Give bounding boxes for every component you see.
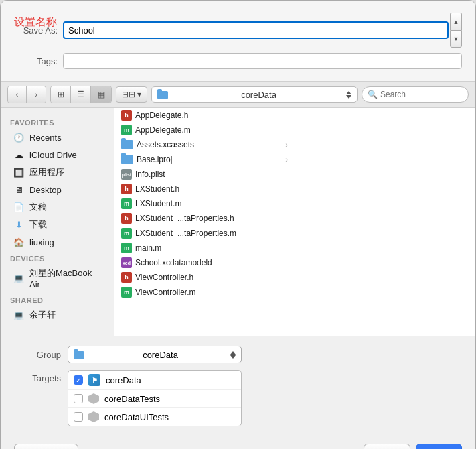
list-item[interactable]: mViewController.m <box>114 285 295 300</box>
forward-button[interactable]: › <box>27 86 46 103</box>
file-name: ViewController.m <box>135 287 288 297</box>
bottom-options: Group coreData Targets ⚑ coreData <box>1 336 475 449</box>
list-view-button[interactable]: ☰ <box>71 86 91 103</box>
search-box[interactable]: 🔍 <box>362 86 469 103</box>
dialog-title: 设置名称 <box>14 15 57 29</box>
recents-icon: 🕐 <box>13 131 25 143</box>
cancel-button[interactable]: Cancel <box>364 444 410 449</box>
liuxing-icon: 🏠 <box>13 236 25 248</box>
group-dropdown[interactable]: coreData <box>68 346 242 363</box>
file-name: AppDelegate.m <box>135 125 288 135</box>
group-dropdown-arrow <box>230 351 236 359</box>
shield-target-icon <box>88 411 99 422</box>
list-item[interactable]: hAppDelegate.h <box>114 108 295 123</box>
dialog-buttons: New Folder Cancel Create <box>14 437 462 449</box>
folder-icon <box>121 155 133 164</box>
m-file-icon: m <box>121 228 132 239</box>
list-item[interactable]: hLXStudent.h <box>114 182 295 196</box>
sidebar-item-macbook-label: 刘星的MacBook Air <box>29 267 102 290</box>
file-browser-toolbar: ‹ › ⊞ ☰ ▦ ⊟⊟ ▾ coreData 🔍 <box>1 81 475 108</box>
target-name: coreData <box>106 375 141 385</box>
arrange-icon: ⊟⊟ <box>122 90 135 99</box>
action-buttons: Cancel Create <box>364 444 463 449</box>
group-value: coreData <box>143 350 178 360</box>
sidebar-item-downloads[interactable]: ⬇ 下载 <box>3 216 111 233</box>
list-item[interactable]: plistInfo.plist <box>114 167 295 182</box>
sidebar-item-downloads-label: 下载 <box>29 218 47 231</box>
list-item[interactable]: hLXStudent+...taProperties.h <box>114 211 295 226</box>
h-file-icon: h <box>121 184 132 194</box>
file-name: LXStudent+...taProperties.m <box>135 229 288 238</box>
sidebar-item-apps-label: 应用程序 <box>29 166 64 178</box>
h-file-icon: h <box>121 272 132 283</box>
search-input[interactable] <box>380 90 463 99</box>
list-item[interactable]: mLXStudent+...taProperties.m <box>114 226 295 241</box>
target-checkbox[interactable] <box>74 394 83 403</box>
location-label: coreData <box>241 90 276 100</box>
file-name: ViewController.h <box>135 273 288 282</box>
create-button[interactable]: Create <box>416 444 462 449</box>
sidebar-item-macbook[interactable]: 💻 刘星的MacBook Air <box>3 265 111 292</box>
sidebar-item-recents[interactable]: 🕐 Recents <box>3 129 111 146</box>
arrange-button[interactable]: ⊟⊟ ▾ <box>116 86 147 103</box>
target-checkbox[interactable] <box>74 375 83 385</box>
target-item[interactable]: ⚑ coreData <box>68 371 241 390</box>
plist-file-icon: plist <box>121 169 132 180</box>
icon-view-button[interactable]: ⊞ <box>51 86 71 103</box>
sidebar-item-icloud[interactable]: ☁ iCloud Drive <box>3 146 111 164</box>
back-button[interactable]: ‹ <box>8 86 27 103</box>
sidebar-item-apps[interactable]: 🔲 应用程序 <box>3 164 111 181</box>
sidebar-item-icloud-label: iCloud Drive <box>29 150 77 160</box>
stepper-up[interactable]: ▲ <box>450 13 462 30</box>
location-folder-icon <box>157 90 171 100</box>
m-file-icon: m <box>121 287 132 298</box>
group-folder-icon <box>74 350 88 360</box>
list-item[interactable]: xcdSchool.xcdatamodeld <box>114 255 295 270</box>
file-name: Assets.xcassets <box>137 140 282 149</box>
sidebar-item-recents-label: Recents <box>29 133 62 143</box>
yuzixuan-icon: 💻 <box>13 309 25 321</box>
target-checkbox[interactable] <box>74 412 83 422</box>
list-item[interactable]: Assets.xcassets› <box>114 137 295 152</box>
list-item[interactable]: mLXStudent.m <box>114 196 295 211</box>
arrange-chevron: ▾ <box>137 90 141 99</box>
column-view-button[interactable]: ▦ <box>91 86 111 103</box>
file-name: Info.plist <box>135 170 288 179</box>
sidebar-item-docs[interactable]: 📄 文稿 <box>3 198 111 216</box>
nav-buttons: ‹ › <box>7 86 46 103</box>
target-item[interactable]: coreDataUITests <box>68 408 241 426</box>
chevron-right-icon: › <box>285 141 288 149</box>
save-as-input[interactable] <box>63 21 449 39</box>
sidebar-item-yuzixuan[interactable]: 💻 余子轩 <box>3 306 111 324</box>
sidebar-item-liuxing[interactable]: 🏠 liuxing <box>3 233 111 251</box>
tags-row: Tags: <box>14 53 462 69</box>
stepper-down[interactable]: ▼ <box>450 30 462 48</box>
target-item[interactable]: coreDataTests <box>68 390 241 408</box>
file-name: main.m <box>135 243 288 253</box>
dialog-header: 设置名称 Save As: ▲ ▼ Tags: <box>1 1 475 81</box>
list-item[interactable]: mmain.m <box>114 241 295 255</box>
list-item[interactable]: Base.lproj› <box>114 152 295 167</box>
detail-panel <box>295 108 475 336</box>
target-name: coreDataUITests <box>104 412 169 422</box>
save-dialog: 设置名称 Save As: ▲ ▼ Tags: ‹ › ⊞ ☰ ▦ ⊟⊟ ▾ <box>0 0 476 449</box>
sidebar-item-liuxing-label: liuxing <box>29 237 54 247</box>
favorites-section-label: Favorites <box>1 115 114 129</box>
list-item[interactable]: mAppDelegate.m <box>114 123 295 137</box>
target-name: coreDataTests <box>104 394 160 404</box>
sidebar-item-desktop[interactable]: 🖥 Desktop <box>3 181 111 198</box>
xcode-target-icon: ⚑ <box>88 374 100 386</box>
location-dropdown[interactable]: coreData <box>151 86 358 103</box>
list-item[interactable]: hViewController.h <box>114 270 295 285</box>
sidebar: Favorites 🕐 Recents ☁ iCloud Drive 🔲 应用程… <box>1 108 114 336</box>
file-name: LXStudent.m <box>135 199 288 208</box>
folder-icon <box>121 140 133 149</box>
m-file-icon: m <box>121 243 132 253</box>
downloads-icon: ⬇ <box>13 218 25 231</box>
tags-input[interactable] <box>63 53 462 69</box>
file-name: Base.lproj <box>137 155 282 164</box>
chevron-right-icon: › <box>285 155 288 164</box>
save-as-stepper[interactable]: ▲ ▼ <box>450 13 462 48</box>
new-folder-button[interactable]: New Folder <box>14 444 78 449</box>
shield-target-icon <box>88 393 99 404</box>
